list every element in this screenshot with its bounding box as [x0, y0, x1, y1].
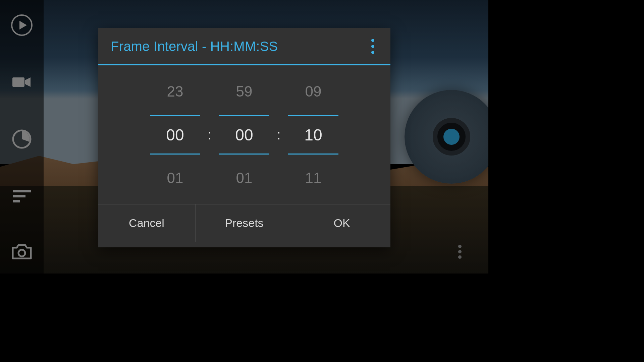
minutes-current[interactable]: 00 — [235, 126, 253, 144]
time-picker: 23 00 01 : 59 00 01 : 09 10 — [98, 65, 390, 204]
minutes-prev[interactable]: 59 — [236, 78, 253, 105]
dialog-title: Frame Interval - HH:MM:SS — [111, 39, 278, 54]
separator-ms: : — [274, 127, 283, 142]
minutes-next[interactable]: 01 — [236, 165, 253, 191]
ok-button[interactable]: OK — [293, 204, 390, 242]
presets-button[interactable]: Presets — [196, 204, 293, 242]
seconds-next[interactable]: 11 — [305, 165, 322, 191]
seconds-column[interactable]: 09 10 11 — [283, 78, 343, 191]
seconds-current[interactable]: 10 — [304, 126, 322, 144]
dialog-header: Frame Interval - HH:MM:SS — [98, 28, 390, 64]
hours-prev[interactable]: 23 — [167, 78, 183, 105]
app-root: Frame Interval - HH:MM:SS 23 00 01 : 59 — [0, 0, 488, 274]
seconds-current-wrap: 10 — [288, 115, 338, 155]
hours-current[interactable]: 00 — [166, 126, 184, 144]
cancel-button[interactable]: Cancel — [98, 204, 196, 242]
minutes-current-wrap: 00 — [219, 115, 269, 155]
hours-current-wrap: 00 — [150, 115, 200, 155]
frame-interval-dialog: Frame Interval - HH:MM:SS 23 00 01 : 59 — [98, 28, 390, 247]
seconds-prev[interactable]: 09 — [305, 78, 322, 105]
hours-next[interactable]: 01 — [167, 165, 183, 191]
dialog-overflow-button[interactable] — [368, 38, 378, 55]
more-vert-icon — [371, 39, 374, 42]
separator-hm: : — [205, 127, 214, 142]
hours-column[interactable]: 23 00 01 — [145, 78, 205, 191]
dialog-button-row: Cancel Presets OK — [98, 204, 390, 242]
minutes-column[interactable]: 59 00 01 — [214, 78, 274, 191]
